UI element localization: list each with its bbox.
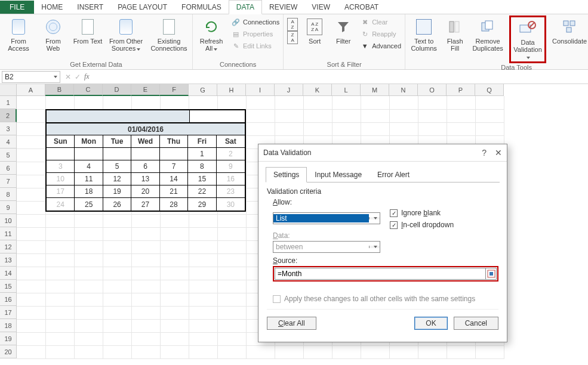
clear-all-button[interactable]: Clear All [267,317,316,330]
connections-button[interactable]: 🔗Connections [231,17,279,27]
in-cell-dropdown-checkbox[interactable]: ✓In-cell dropdown [390,221,454,229]
column-header[interactable]: M [361,84,389,96]
tab-error-alert[interactable]: Error Alert [370,167,417,182]
row-header[interactable]: 5 [0,149,17,162]
tab-view[interactable]: VIEW [304,1,337,14]
reapply-button[interactable]: ↻Reapply [360,29,401,39]
formula-input[interactable] [98,71,588,83]
calendar-cell: 29 [188,198,216,211]
from-web-button[interactable]: From Web [38,16,68,52]
tab-acrobat[interactable]: ACROBAT [337,1,386,14]
row-header[interactable]: 8 [0,188,17,201]
tab-home[interactable]: HOME [34,1,70,14]
tab-review[interactable]: REVIEW [262,1,304,14]
edit-links-button[interactable]: ✎Edit Links [231,41,279,51]
tab-input-message[interactable]: Input Message [307,167,370,182]
row-header[interactable]: 19 [0,332,17,345]
column-header[interactable]: E [131,84,160,96]
column-header[interactable]: B [45,84,74,96]
clear-button[interactable]: ✖Clear [360,17,401,27]
tab-file[interactable]: FILE [0,1,34,14]
help-button[interactable]: ? [482,148,487,157]
calendar-cell: 20 [131,185,159,198]
range-selector-icon[interactable] [485,268,496,279]
calendar-date: 01/04/2016 [47,123,245,135]
tab-insert[interactable]: INSERT [70,1,110,14]
text-to-columns-button[interactable]: Text to Columns [409,16,439,52]
row-header[interactable]: 7 [0,175,17,188]
row-header[interactable]: 1 [0,96,17,109]
refresh-icon [202,17,221,36]
consolidate-button[interactable]: Consolidate [551,16,588,45]
properties-button[interactable]: ▤Properties [231,29,279,39]
row-header[interactable]: 9 [0,201,17,214]
column-header[interactable]: Q [475,84,504,96]
column-header[interactable]: L [332,84,361,96]
calendar-cell: 30 [217,198,245,211]
existing-connections-button[interactable]: Existing Connections [149,16,189,52]
row-header[interactable]: 11 [0,227,17,240]
reapply-icon: ↻ [360,29,370,39]
calendar-cell [103,148,131,160]
cancel-button[interactable]: Cancel [454,317,498,330]
column-header[interactable]: I [246,84,275,96]
filter-button[interactable]: Filter [331,16,355,45]
sort-button[interactable]: A ZZ ASort [303,16,327,45]
ignore-blank-checkbox[interactable]: ✓Ignore blank [390,209,454,217]
data-validation-button[interactable]: Data Validation [509,16,546,63]
column-header[interactable]: N [389,84,418,96]
sort-asc-button[interactable]: AZ [287,19,298,30]
tab-formulas[interactable]: FORMULAS [174,1,229,14]
column-header[interactable]: O [418,84,447,96]
remove-duplicates-button[interactable]: Remove Duplicates [471,16,504,52]
row-header[interactable]: 13 [0,253,17,267]
select-all-corner[interactable] [0,84,17,96]
sort-desc-button[interactable]: ZA [287,32,298,43]
column-header[interactable]: F [160,84,189,96]
from-text-button[interactable]: From Text [73,16,103,45]
tab-data[interactable]: DATA [229,0,262,14]
row-header[interactable]: 3 [0,122,17,135]
group-label: Get External Data [4,60,189,69]
calendar-cell: 13 [131,173,159,185]
column-header[interactable]: D [103,84,131,96]
row-header[interactable]: 12 [0,240,17,253]
column-header[interactable]: A [17,84,45,96]
source-input[interactable] [275,268,485,279]
row-header[interactable]: 15 [0,280,17,293]
column-header[interactable]: G [189,84,217,96]
row-header[interactable]: 2 [0,109,17,122]
tab-settings[interactable]: Settings [266,167,307,182]
flash-fill-button[interactable]: Flash Fill [444,16,466,52]
chevron-down-icon[interactable] [369,217,380,219]
calendar-cell: 23 [217,185,245,198]
accept-formula-icon[interactable]: ✓ [75,73,81,81]
row-header[interactable]: 20 [0,345,17,358]
column-header[interactable]: P [447,84,475,96]
fx-icon[interactable]: fx [84,72,94,81]
allow-combo[interactable]: List [273,212,380,224]
column-header[interactable]: K [303,84,332,96]
connections-icon [163,19,175,35]
ok-button[interactable]: OK [414,317,447,330]
row-header[interactable]: 17 [0,306,17,319]
row-header[interactable]: 6 [0,162,17,175]
close-button[interactable]: ✕ [495,148,502,157]
calendar-cell: 17 [47,185,75,198]
row-header[interactable]: 16 [0,293,17,306]
from-access-button[interactable]: From Access [4,16,33,52]
row-header[interactable]: 18 [0,319,17,332]
row-header[interactable]: 10 [0,214,17,227]
cancel-formula-icon[interactable]: ✕ [65,73,71,81]
tab-page-layout[interactable]: PAGE LAYOUT [110,1,174,14]
name-box[interactable]: B2 [2,71,60,83]
calendar-day-header: Sat [217,135,245,148]
refresh-all-button[interactable]: Refresh All [196,16,226,52]
row-header[interactable]: 14 [0,267,17,280]
from-other-sources-button[interactable]: From Other Sources [107,16,144,52]
column-header[interactable]: H [217,84,246,96]
row-header[interactable]: 4 [0,135,17,149]
column-header[interactable]: C [74,84,103,96]
column-header[interactable]: J [275,84,303,96]
advanced-button[interactable]: ▼Advanced [360,41,401,51]
